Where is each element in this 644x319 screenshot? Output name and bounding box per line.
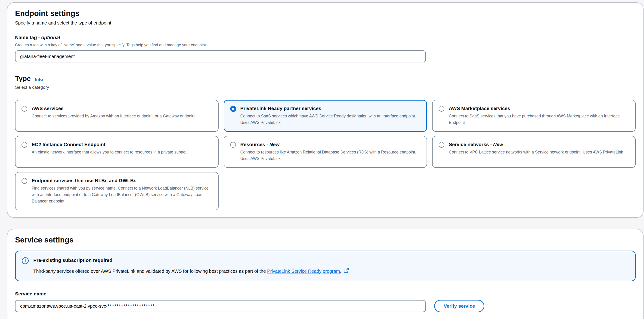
type-subtitle: Select a category bbox=[15, 84, 634, 91]
verify-service-button[interactable]: Verify service bbox=[434, 300, 484, 312]
tile-ec2-instance-connect-endpoint[interactable]: EC2 Instance Connect Endpoint An elastic… bbox=[15, 136, 218, 168]
service-name-input[interactable] bbox=[15, 300, 426, 312]
info-icon: i bbox=[22, 257, 29, 264]
endpoint-settings-subtitle: Specify a name and select the type of en… bbox=[15, 19, 634, 26]
service-name-label: Service name bbox=[15, 291, 634, 297]
tile-aws-marketplace-services[interactable]: AWS Marketplace services Connect to SaaS… bbox=[432, 100, 636, 132]
service-name-field: Service name Verify service bbox=[15, 291, 634, 312]
tile-description: Connect to VPC Lattice service networks … bbox=[449, 149, 629, 155]
tile-description: Connect to SaaS services which have AWS … bbox=[240, 113, 421, 126]
tile-privatelink-ready-partner-services[interactable]: PrivateLink Ready partner services Conne… bbox=[224, 100, 427, 132]
alert-title: Pre-existing subscription required bbox=[33, 257, 349, 264]
name-tag-description: Creates a tag with a key of 'Name' and a… bbox=[15, 42, 634, 48]
subscription-required-alert: i Pre-existing subscription required Thi… bbox=[15, 251, 636, 281]
service-settings-title: Service settings bbox=[15, 235, 634, 245]
service-settings-panel: Service settings i Pre-existing subscrip… bbox=[7, 229, 644, 319]
tile-service-networks[interactable]: Service networks - New Connect to VPC La… bbox=[432, 136, 636, 168]
tile-aws-services[interactable]: AWS services Connect to services provide… bbox=[15, 100, 218, 132]
tile-title: AWS Marketplace services bbox=[449, 105, 629, 112]
name-tag-label: Name tag - optional bbox=[15, 34, 634, 41]
tile-endpoint-services-nlb-gwlb[interactable]: Endpoint services that use NLBs and GWLB… bbox=[15, 172, 218, 210]
name-tag-field: Name tag - optional Creates a tag with a… bbox=[15, 34, 634, 62]
endpoint-settings-title: Endpoint settings bbox=[15, 9, 634, 18]
tile-title: Resources - New bbox=[240, 141, 421, 148]
endpoint-settings-panel: Endpoint settings Specify a name and sel… bbox=[7, 2, 644, 218]
tile-title: EC2 Instance Connect Endpoint bbox=[32, 141, 212, 148]
external-link-icon bbox=[343, 268, 349, 274]
type-label: Type bbox=[15, 74, 31, 83]
tile-resources[interactable]: Resources - New Connect to resources lik… bbox=[224, 136, 427, 168]
tile-description: Connect to SaaS services that you have p… bbox=[449, 113, 629, 126]
type-info-link[interactable]: Info bbox=[35, 77, 43, 82]
tile-title: Endpoint services that use NLBs and GWLB… bbox=[32, 177, 212, 184]
type-options-grid: AWS services Connect to services provide… bbox=[15, 100, 636, 210]
tile-title: PrivateLink Ready partner services bbox=[240, 105, 421, 112]
alert-content: Pre-existing subscription required Third… bbox=[33, 257, 349, 275]
tile-description: An elastic network interface that allows… bbox=[32, 149, 212, 155]
radio-unchecked-icon[interactable] bbox=[22, 106, 27, 112]
radio-unchecked-icon[interactable] bbox=[438, 142, 444, 148]
privatelink-program-link[interactable]: PrivateLink Service Ready program. bbox=[267, 269, 341, 274]
tile-description: Find services shared with you by service… bbox=[32, 185, 212, 204]
tile-title: AWS services bbox=[32, 105, 212, 112]
tile-description: Connect to services provided by Amazon w… bbox=[32, 113, 212, 119]
tile-title: Service networks - New bbox=[449, 141, 629, 148]
radio-unchecked-icon[interactable] bbox=[22, 178, 27, 184]
alert-body: Third-party services offered over AWS Pr… bbox=[33, 268, 349, 275]
type-header: Type Info bbox=[15, 74, 634, 83]
tile-description: Connect to resources like Amazon Relatio… bbox=[240, 149, 421, 162]
radio-checked-icon[interactable] bbox=[230, 106, 236, 112]
radio-unchecked-icon[interactable] bbox=[22, 142, 27, 148]
name-tag-input[interactable] bbox=[15, 50, 426, 62]
radio-unchecked-icon[interactable] bbox=[230, 142, 236, 148]
radio-unchecked-icon[interactable] bbox=[438, 106, 444, 112]
